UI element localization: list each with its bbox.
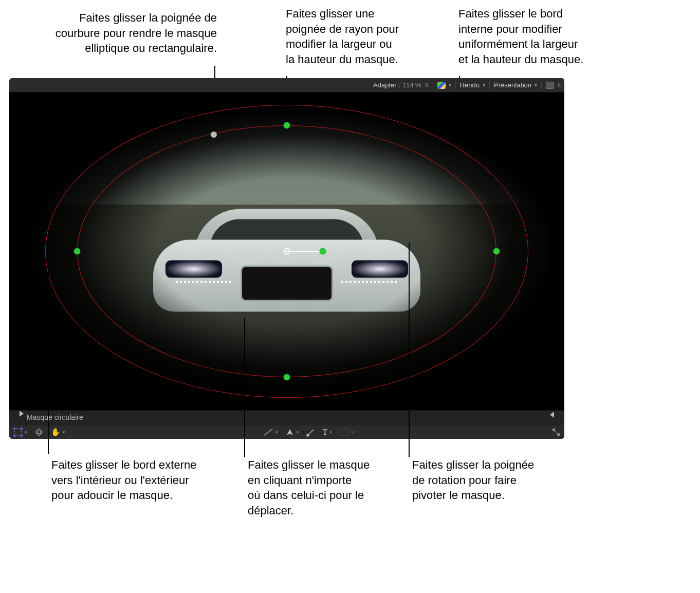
pen-tool[interactable]: ▾ bbox=[285, 428, 299, 437]
separator bbox=[433, 81, 433, 89]
svg-point-4 bbox=[21, 435, 23, 437]
view-options-control[interactable]: ⇅ bbox=[546, 82, 561, 89]
rect-mask-tool[interactable]: ▾ bbox=[339, 429, 354, 436]
radius-handle-top[interactable] bbox=[284, 123, 290, 128]
zoom-fit-control[interactable]: Adapter : 114 % ⇅ bbox=[373, 81, 429, 89]
callout-radius: Faites glisser une poignée de rayon pour… bbox=[286, 6, 435, 67]
chevron-down-icon: ▾ bbox=[352, 430, 354, 435]
rotation-handle[interactable] bbox=[320, 249, 326, 254]
viewer-window: Adapter : 114 % ⇅ ▾ Rendu ▾ Présentation… bbox=[9, 78, 564, 439]
hand-tool[interactable]: ✋ ▾ bbox=[51, 428, 65, 437]
separator bbox=[541, 81, 542, 89]
render-label: Rendu bbox=[460, 81, 480, 89]
svg-rect-8 bbox=[340, 429, 349, 435]
leader-line bbox=[244, 318, 245, 457]
text-tool-icon: T bbox=[323, 428, 328, 437]
viewer-bottom-toolbar: ▾ ✋ ▾ ▾ ▾ bbox=[9, 425, 564, 439]
in-point-marker[interactable] bbox=[20, 411, 24, 417]
radius-handle-right[interactable] bbox=[494, 249, 500, 254]
transform-3d-tool[interactable] bbox=[34, 428, 44, 437]
image-frame bbox=[26, 95, 548, 408]
chevron-down-icon: ▾ bbox=[297, 430, 299, 435]
layer-strip: Masque circulaire bbox=[9, 410, 564, 425]
svg-point-7 bbox=[307, 434, 309, 436]
text-tool[interactable]: T ▾ bbox=[323, 428, 333, 437]
separator bbox=[455, 81, 456, 89]
svg-point-3 bbox=[14, 435, 15, 437]
svg-point-1 bbox=[14, 428, 15, 430]
svg-point-5 bbox=[35, 431, 43, 434]
rotation-arm bbox=[287, 251, 323, 252]
callout-outer-edge: Faites glisser le bord externe vers l'in… bbox=[51, 457, 226, 503]
color-wheel-icon bbox=[437, 82, 446, 89]
canvas[interactable] bbox=[9, 92, 564, 410]
radius-handle-bottom[interactable] bbox=[284, 375, 290, 380]
chevron-updown-icon: ⇅ bbox=[557, 82, 561, 88]
svg-rect-0 bbox=[14, 429, 22, 436]
callout-inner-edge: Faites glisser le bord interne pour modi… bbox=[458, 6, 618, 67]
chevron-updown-icon: ⇅ bbox=[425, 82, 429, 88]
brush-tool[interactable] bbox=[306, 428, 316, 437]
shape-mask-tool[interactable]: ▾ bbox=[13, 428, 27, 437]
color-channel-control[interactable]: ▾ bbox=[437, 82, 451, 89]
callout-rotation: Faites glisser la poignée de rotation po… bbox=[412, 457, 561, 503]
leader-line bbox=[409, 243, 410, 457]
fit-label: Adapter : bbox=[373, 81, 400, 89]
viewer-top-toolbar: Adapter : 114 % ⇅ ▾ Rendu ▾ Présentation… bbox=[9, 78, 564, 92]
chevron-down-icon: ▾ bbox=[483, 82, 485, 88]
chevron-down-icon: ▾ bbox=[535, 82, 537, 88]
out-point-marker[interactable] bbox=[550, 412, 554, 418]
radius-handle-left[interactable] bbox=[75, 249, 80, 254]
hand-icon: ✋ bbox=[51, 428, 61, 437]
curvature-handle[interactable] bbox=[211, 132, 216, 138]
leader-line bbox=[48, 269, 49, 454]
presentation-menu[interactable]: Présentation ▾ bbox=[494, 81, 537, 89]
svg-point-2 bbox=[21, 428, 23, 430]
separator bbox=[489, 81, 490, 89]
callout-curvature: Faites glisser la poignée de courbure po… bbox=[11, 10, 217, 56]
zoom-percentage: 114 % bbox=[402, 81, 421, 89]
svg-point-6 bbox=[38, 429, 41, 436]
chevron-down-icon: ▾ bbox=[275, 430, 278, 435]
fullscreen-toggle[interactable] bbox=[552, 428, 560, 436]
render-menu[interactable]: Rendu ▾ bbox=[460, 81, 485, 89]
presentation-label: Présentation bbox=[494, 81, 531, 89]
view-options-icon bbox=[546, 82, 554, 89]
line-tool[interactable]: ▾ bbox=[263, 428, 278, 436]
callout-move-mask: Faites glisser le masque en cliquant n'i… bbox=[248, 457, 397, 518]
chevron-down-icon: ▾ bbox=[25, 430, 27, 435]
layer-name-label: Masque circulaire bbox=[27, 413, 83, 421]
chevron-down-icon: ▾ bbox=[449, 82, 451, 88]
chevron-down-icon: ▾ bbox=[329, 430, 332, 435]
